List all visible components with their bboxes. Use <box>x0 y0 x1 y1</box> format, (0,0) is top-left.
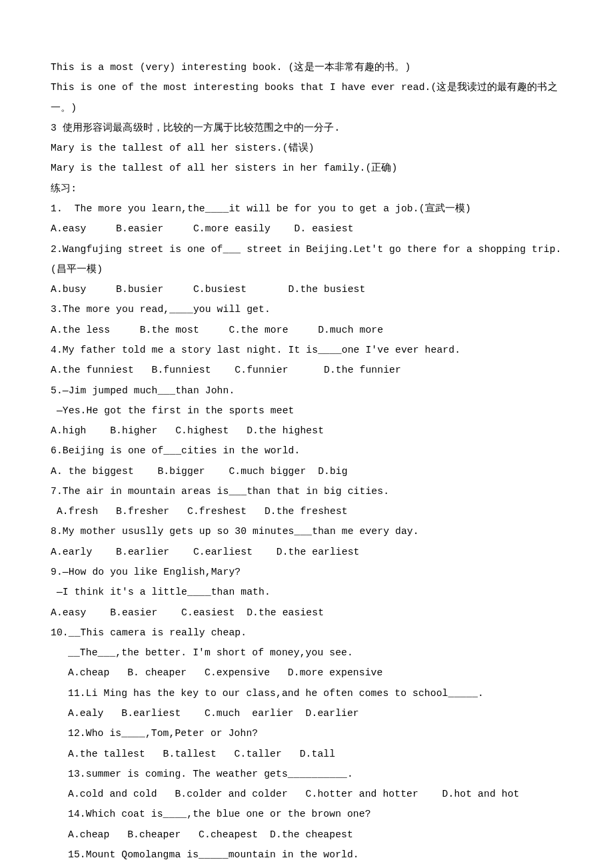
q9-stem: 9.—How do you like English,Mary? <box>51 562 562 582</box>
intro-line-2: This is one of the most interesting book… <box>51 77 562 118</box>
intro-line-1: This is a most (very) interesting book. … <box>51 57 562 77</box>
q6-options: A. the biggest B.bigger C.much bigger D.… <box>51 461 562 481</box>
q10-stem: 10.__This camera is really cheap. <box>51 623 562 643</box>
q5-sub: —Yes.He got the first in the sports meet <box>51 401 562 421</box>
q9-sub: —I think it's a little____than math. <box>51 582 562 602</box>
q3-stem: 3.The more you read,____you will get. <box>51 299 562 319</box>
intro-line-3: 3 使用形容词最高级时，比较的一方属于比较范围之中的一分子. <box>51 118 562 138</box>
q2-stem: 2.Wangfujing street is one of___ street … <box>51 239 562 280</box>
q12-options: A.the tallest B.tallest C.taller D.tall <box>51 744 562 764</box>
q1-options: A.easy B.easier C.more easily D. easiest <box>51 219 562 239</box>
q13-options: A.cold and cold B.colder and colder C.ho… <box>51 784 562 804</box>
q4-options: A.the funniest B.funniest C.funnier D.th… <box>51 360 562 380</box>
q10-sub: __The___,the better. I'm short of money,… <box>51 643 562 663</box>
q3-options: A.the less B.the most C.the more D.much … <box>51 320 562 340</box>
q2-options: A.busy B.busier C.busiest D.the busiest <box>51 279 562 299</box>
intro-line-4: Mary is the tallest of all her sisters.(… <box>51 138 562 158</box>
q8-options: A.early B.earlier C.earliest D.the earli… <box>51 542 562 562</box>
q5-options: A.high B.higher C.highest D.the highest <box>51 421 562 441</box>
q13-stem: 13.summer is coming. The weather gets___… <box>51 764 562 784</box>
q14-options: A.cheap B.cheaper C.cheapest D.the cheap… <box>51 825 562 845</box>
intro-line-5: Mary is the tallest of all her sisters i… <box>51 158 562 178</box>
q7-options: A.fresh B.fresher C.freshest D.the fresh… <box>51 501 562 521</box>
q11-stem: 11.Li Ming has the key to our class,and … <box>51 683 562 703</box>
q8-stem: 8.My mother ususlly gets up so 30 minute… <box>51 521 562 541</box>
q10-options: A.cheap B. cheaper C.expensive D.more ex… <box>51 663 562 683</box>
q15-stem: 15.Mount Qomolangma is_____mountain in t… <box>51 845 562 865</box>
q15-options: A.high B.higher C.much higher D.the high… <box>51 865 562 868</box>
q1-stem: 1. The more you learn,the____it will be … <box>51 199 562 219</box>
q6-stem: 6.Beijing is one of___cities in the worl… <box>51 441 562 461</box>
q11-options: A.ealy B.earliest C.much earlier D.earli… <box>51 703 562 723</box>
practice-heading: 练习: <box>51 179 562 199</box>
q4-stem: 4.My father told me a story last night. … <box>51 340 562 360</box>
q14-stem: 14.Which coat is____,the blue one or the… <box>51 804 562 824</box>
q12-stem: 12.Who is____,Tom,Peter or John? <box>51 723 562 743</box>
q5-stem: 5.—Jim jumped much___than John. <box>51 381 562 401</box>
q7-stem: 7.The air in mountain areas is___than th… <box>51 481 562 501</box>
q9-options: A.easy B.easier C.easiest D.the easiest <box>51 603 562 623</box>
